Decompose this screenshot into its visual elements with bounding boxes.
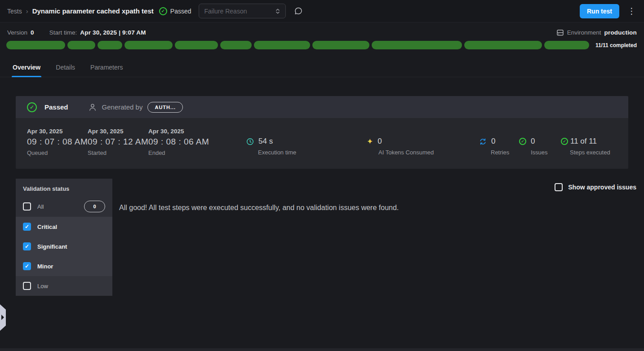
status-badge: Passed bbox=[170, 8, 191, 15]
environment-label: Environment bbox=[567, 29, 601, 36]
steps-check-icon: ✓ bbox=[561, 138, 568, 145]
checkbox-significant[interactable]: ✓ bbox=[23, 242, 31, 250]
progress-bar bbox=[6, 41, 589, 49]
progress-segment bbox=[372, 41, 462, 49]
summary-card-body: Apr 30, 2025 09 : 07 : 08 AM Queued Apr … bbox=[16, 118, 628, 169]
comment-icon[interactable] bbox=[294, 7, 303, 16]
progress-segment bbox=[220, 41, 252, 49]
stat-started: Apr 30, 2025 09 : 07 : 12 AM Started bbox=[88, 128, 148, 156]
breadcrumb-tests[interactable]: Tests bbox=[7, 8, 22, 15]
results-area: Validation status ✓ All 0 ✓ Critical ✓ S… bbox=[0, 179, 644, 296]
progress-segment bbox=[175, 41, 218, 49]
summary-card-header: ✓ Passed Generated by AUTH... bbox=[16, 96, 628, 118]
version-value: 0 bbox=[31, 29, 34, 36]
checkbox-show-approved[interactable]: ✓ bbox=[555, 183, 563, 191]
passed-check-icon: ✓ bbox=[159, 7, 167, 15]
validation-filter-low[interactable]: ✓ Low bbox=[16, 276, 112, 296]
stat-execution-time: 54 s Execution time bbox=[246, 137, 296, 156]
environment-icon bbox=[556, 29, 564, 36]
failure-reason-placeholder: Failure Reason bbox=[204, 8, 247, 15]
progress-segment bbox=[544, 41, 589, 49]
generated-by-label: Generated by bbox=[102, 103, 143, 111]
page-title: Dynamic parameter cached xpath test bbox=[32, 7, 154, 15]
stat-issues: ✓ 0 Issues bbox=[519, 137, 548, 156]
sidebar-expand-handle[interactable] bbox=[0, 304, 6, 331]
tab-bar: Overview Details Parameters bbox=[0, 59, 644, 77]
show-approved-issues-toggle[interactable]: ✓ Show approved issues bbox=[555, 183, 636, 191]
stat-ai-tokens: ✦ 0 AI Tokens Consumed bbox=[367, 137, 434, 156]
all-count-badge: 0 bbox=[84, 201, 105, 212]
issues-check-icon: ✓ bbox=[519, 138, 526, 145]
stat-queued: Apr 30, 2025 09 : 07 : 08 AM Queued bbox=[27, 128, 88, 156]
validation-filter-minor[interactable]: ✓ Minor bbox=[16, 256, 112, 276]
tab-parameters[interactable]: Parameters bbox=[89, 59, 124, 77]
clock-icon bbox=[246, 138, 254, 145]
tab-overview[interactable]: Overview bbox=[12, 59, 41, 77]
test-run-page: Tests › Dynamic parameter cached xpath t… bbox=[0, 0, 644, 351]
progress-segment bbox=[6, 41, 65, 49]
checkbox-all[interactable]: ✓ bbox=[23, 202, 31, 211]
progress-segment bbox=[312, 41, 369, 49]
stat-ended: Apr 30, 2025 09 : 08 : 06 AM Ended bbox=[148, 128, 209, 156]
select-chevrons-icon bbox=[275, 8, 281, 15]
validation-status-panel: Validation status ✓ All 0 ✓ Critical ✓ S… bbox=[16, 179, 112, 296]
retry-sync-icon bbox=[479, 138, 487, 145]
progress-segment bbox=[124, 41, 173, 49]
sparkle-icon: ✦ bbox=[367, 138, 373, 145]
bottom-strip bbox=[0, 348, 644, 351]
progress-completed-label: 11/11 completed bbox=[595, 42, 637, 48]
version-label: Version bbox=[7, 29, 27, 36]
breadcrumb-chevron-icon: › bbox=[26, 7, 28, 15]
validation-panel-title: Validation status bbox=[16, 179, 112, 196]
checkbox-low[interactable]: ✓ bbox=[23, 282, 31, 290]
issues-content: ✓ Show approved issues All good! All tes… bbox=[112, 179, 636, 296]
progress-segment bbox=[98, 41, 122, 49]
stat-steps-executed: ✓ 11 of 11 Steps executed bbox=[561, 137, 610, 156]
checkbox-critical[interactable]: ✓ bbox=[23, 223, 31, 231]
passed-check-icon: ✓ bbox=[27, 102, 37, 112]
validation-filter-significant[interactable]: ✓ Significant bbox=[16, 237, 112, 256]
start-time-value: Apr 30, 2025 | 9:07 AM bbox=[80, 29, 146, 36]
run-summary-card: ✓ Passed Generated by AUTH... Apr 30, 20… bbox=[16, 96, 628, 169]
checkbox-minor[interactable]: ✓ bbox=[23, 262, 31, 270]
generated-by-group: Generated by AUTH... bbox=[88, 102, 183, 113]
validation-filter-critical[interactable]: ✓ Critical bbox=[16, 217, 112, 237]
stat-retries: 0 Retries bbox=[479, 137, 509, 156]
progress-segment bbox=[67, 41, 96, 49]
environment-value: production bbox=[604, 29, 637, 36]
start-time-label: Start time: bbox=[49, 29, 77, 36]
all-good-message: All good! All test steps were executed s… bbox=[119, 204, 636, 212]
top-bar: Tests › Dynamic parameter cached xpath t… bbox=[0, 0, 644, 22]
progress-segment bbox=[464, 41, 542, 49]
generated-by-user-pill[interactable]: AUTH... bbox=[147, 102, 183, 113]
summary-status: Passed bbox=[44, 103, 68, 111]
user-icon bbox=[88, 103, 97, 112]
progress-segment bbox=[254, 41, 310, 49]
validation-filter-all[interactable]: ✓ All 0 bbox=[16, 196, 112, 217]
run-test-button[interactable]: Run test bbox=[580, 4, 619, 18]
environment-group: Environment production bbox=[556, 29, 637, 36]
meta-row: Version 0 Start time: Apr 30, 2025 | 9:0… bbox=[0, 22, 644, 36]
failure-reason-select[interactable]: Failure Reason bbox=[199, 4, 286, 18]
progress-row: 11/11 completed bbox=[0, 36, 644, 49]
tab-details[interactable]: Details bbox=[55, 59, 76, 77]
more-options-icon[interactable]: ⋮ bbox=[627, 7, 636, 15]
